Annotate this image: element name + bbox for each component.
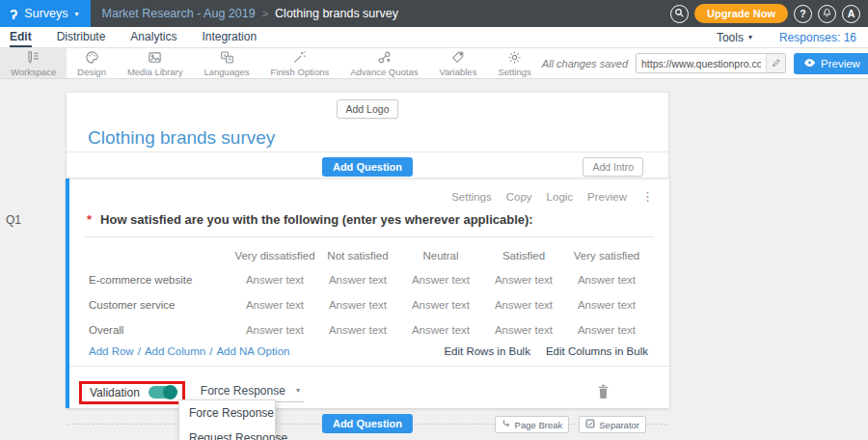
toolbar-item-media-library[interactable]: Media Library — [117, 48, 194, 78]
survey-canvas: Q1 Add Logo Clothing brands survey Add Q… — [0, 79, 868, 440]
breadcrumb-separator: > — [262, 8, 268, 19]
annotation-highlight-box: Validation — [79, 381, 185, 404]
bell-icon — [822, 8, 832, 20]
account-button[interactable]: A — [842, 5, 860, 23]
question-settings-link[interactable]: Settings — [451, 191, 492, 203]
help-button[interactable]: ? — [794, 5, 812, 23]
matrix-cell[interactable]: Answer text — [316, 267, 399, 292]
page-break-icon — [502, 419, 511, 430]
add-intro-button[interactable]: Add Intro — [583, 157, 643, 177]
toolbar-item-design[interactable]: Design — [67, 48, 117, 78]
toolbar-item-variables[interactable]: Variables — [429, 48, 488, 78]
toolbar-item-advance-quotas[interactable]: Advance Quotas — [339, 48, 428, 78]
image-icon — [148, 50, 162, 65]
tab-edit[interactable]: Edit — [10, 27, 32, 47]
breadcrumb-current: Clothing brands survey — [275, 7, 398, 20]
link-separator: / — [209, 345, 212, 357]
toolbar-item-finish-options[interactable]: Finish Options — [260, 48, 340, 78]
matrix-cell[interactable]: Answer text — [233, 317, 316, 343]
edit-rows-in-bulk-link[interactable]: Edit Rows in Bulk — [444, 345, 529, 357]
edit-url-button[interactable] — [766, 54, 785, 72]
intro-actions-row: Add Question Add Intro — [67, 151, 668, 178]
breadcrumb-folder[interactable]: Market Research - Aug 2019 — [102, 7, 256, 20]
matrix-row-label[interactable]: Customer service — [89, 292, 233, 317]
validation-toggle[interactable] — [149, 386, 176, 399]
svg-text:A: A — [228, 56, 231, 62]
surveys-menu-label: Surveys — [24, 7, 68, 20]
page-options: Page Break Separator — [495, 416, 646, 433]
toolbar-item-settings[interactable]: Settings — [487, 48, 541, 78]
divider — [69, 366, 669, 367]
search-button[interactable] — [670, 5, 689, 23]
survey-url-input[interactable] — [637, 58, 766, 69]
matrix-cell[interactable]: Answer text — [399, 292, 482, 317]
delete-question-button[interactable] — [597, 384, 610, 401]
matrix-cell[interactable]: Answer text — [565, 317, 648, 343]
matrix-column-header[interactable]: Neutral — [399, 242, 482, 267]
autosave-status: All changes saved — [542, 58, 628, 69]
add-row-link[interactable]: Add Row — [89, 345, 134, 357]
matrix-cell[interactable]: Answer text — [482, 292, 565, 317]
chevron-down-icon: ▾ — [748, 33, 752, 41]
matrix-column-header[interactable]: Satisfied — [482, 242, 565, 267]
tools-menu-label: Tools — [717, 31, 744, 44]
add-column-link[interactable]: Add Column — [145, 345, 205, 357]
toolbar-item-languages[interactable]: aA Languages — [193, 48, 259, 78]
matrix-column-header[interactable]: Very dissatisfied — [233, 242, 316, 267]
matrix-cell[interactable]: Answer text — [565, 267, 648, 292]
toolbar-item-label: Variables — [440, 67, 477, 77]
tab-integration[interactable]: Integration — [202, 27, 257, 47]
question-copy-link[interactable]: Copy — [506, 191, 532, 203]
page-break-label: Page Break — [515, 420, 563, 430]
question-logic-link[interactable]: Logic — [547, 191, 574, 203]
menu-item-force-response[interactable]: Force Response — [179, 400, 275, 426]
kebab-menu-icon[interactable]: ⋮ — [641, 189, 654, 204]
toolbar-item-workspace[interactable]: Workspace — [0, 48, 67, 78]
matrix-cell[interactable]: Answer text — [316, 292, 399, 317]
matrix-column-header[interactable]: Not satisfied — [316, 242, 399, 267]
add-logo-button[interactable]: Add Logo — [337, 99, 399, 119]
responses-count[interactable]: Responses: 16 — [779, 31, 856, 44]
between-questions-row: Add Question Page Break Separator — [66, 408, 669, 440]
page-break-button[interactable]: Page Break — [495, 416, 570, 433]
separator-button[interactable]: Separator — [579, 416, 646, 433]
matrix-cell[interactable]: Answer text — [482, 267, 565, 292]
matrix-cell[interactable]: Answer text — [316, 317, 399, 343]
matrix-cell[interactable]: Answer text — [399, 317, 482, 343]
survey-title[interactable]: Clothing brands survey — [88, 127, 668, 149]
workspace-icon — [26, 50, 41, 65]
question-preview-link[interactable]: Preview — [587, 191, 627, 203]
preview-button-label: Preview — [821, 58, 860, 69]
question-text-row[interactable]: *How satisfied are you with the followin… — [69, 204, 669, 236]
tools-menu[interactable]: Tools ▾ — [717, 31, 752, 44]
matrix-row-label[interactable]: E-commerce website — [89, 267, 233, 292]
matrix-links-row: Add Row / Add Column / Add NA Option Edi… — [89, 345, 648, 357]
edit-columns-in-bulk-link[interactable]: Edit Columns in Bulk — [546, 345, 648, 357]
add-question-button-top[interactable]: Add Question — [322, 157, 413, 177]
upgrade-now-button[interactable]: Upgrade Now — [694, 4, 788, 23]
top-bar: ʔ Surveys ▾ Market Research - Aug 2019 >… — [0, 0, 868, 27]
questionpro-logo: ʔ — [10, 7, 17, 21]
matrix-cell[interactable]: Answer text — [565, 292, 648, 317]
tab-distribute[interactable]: Distribute — [57, 27, 106, 47]
checkbox-checked-icon — [585, 419, 595, 430]
matrix-cell[interactable]: Answer text — [233, 292, 316, 317]
add-question-button-bottom[interactable]: Add Question — [322, 414, 413, 433]
force-response-menu: Force Response Request Response — [178, 399, 276, 440]
notifications-button[interactable] — [818, 5, 836, 23]
matrix-column-header[interactable]: Very satisfied — [565, 242, 648, 267]
tag-icon — [450, 50, 465, 65]
matrix-cell[interactable]: Answer text — [233, 267, 316, 292]
surveys-menu[interactable]: ʔ Surveys ▾ — [0, 0, 91, 27]
toolbar-item-label: Languages — [203, 67, 249, 77]
preview-button[interactable]: Preview — [794, 53, 868, 74]
toolbar-item-label: Workspace — [11, 67, 56, 77]
add-na-option-link[interactable]: Add NA Option — [216, 345, 289, 357]
matrix-row-label[interactable]: Overall — [89, 317, 233, 343]
menu-item-request-response[interactable]: Request Response — [179, 426, 275, 440]
matrix-cell[interactable]: Answer text — [482, 317, 565, 343]
tab-analytics[interactable]: Analytics — [130, 27, 176, 47]
question-number-label: Q1 — [6, 213, 21, 227]
matrix-cell[interactable]: Answer text — [399, 267, 482, 292]
toolbar-item-label: Finish Options — [271, 67, 330, 77]
